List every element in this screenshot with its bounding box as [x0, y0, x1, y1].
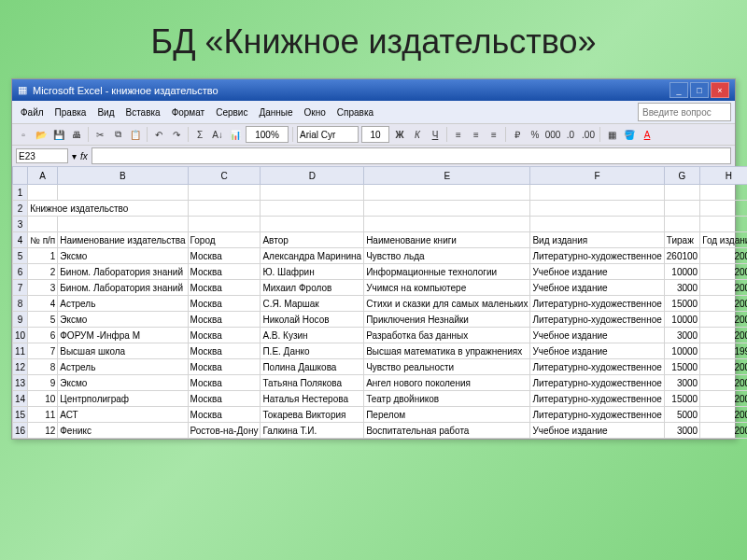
maximize-button[interactable]: □ [690, 82, 709, 98]
row-header[interactable]: 2 [13, 201, 28, 217]
col-header[interactable]: H [700, 167, 747, 185]
paste-icon[interactable]: 📋 [128, 127, 143, 142]
print-icon[interactable]: 🖶 [69, 127, 84, 142]
row-header[interactable]: 3 [13, 217, 28, 232]
field-header[interactable]: Город [188, 232, 261, 248]
table-row[interactable]: 73Бином. Лаборатория знанийМоскваМихаил … [13, 280, 748, 296]
underline-icon[interactable]: Ч [428, 127, 443, 142]
new-icon[interactable]: ▫ [16, 127, 31, 142]
dropdown-icon[interactable]: ▾ [72, 151, 77, 161]
row-header[interactable]: 16 [13, 423, 28, 439]
menu-help[interactable]: Справка [332, 106, 378, 119]
comma-icon[interactable]: 000 [545, 127, 560, 142]
col-header[interactable]: A [28, 167, 58, 185]
fx-icon[interactable]: fx [80, 151, 88, 161]
row-header[interactable]: 11 [13, 343, 28, 359]
col-header[interactable]: D [261, 167, 364, 185]
row-header[interactable]: 12 [13, 359, 28, 375]
align-center-icon[interactable]: ≡ [469, 127, 484, 142]
excel-window: ▦ Microsoft Excel - книжное издательство… [11, 78, 736, 440]
field-header[interactable]: Автор [261, 232, 364, 248]
field-header[interactable]: № п/п [28, 232, 58, 248]
excel-icon: ▦ [18, 84, 27, 96]
field-header[interactable]: Год издания [700, 232, 747, 248]
row-header[interactable]: 15 [13, 407, 28, 423]
percent-icon[interactable]: % [528, 127, 543, 142]
row-header[interactable]: 8 [13, 296, 28, 312]
menu-tools[interactable]: Сервис [211, 106, 252, 119]
row-header[interactable]: 7 [13, 280, 28, 296]
undo-icon[interactable]: ↶ [151, 127, 166, 142]
field-header[interactable]: Наименование издательства [58, 232, 188, 248]
menu-view[interactable]: Вид [92, 106, 119, 119]
field-header[interactable]: Тираж [664, 232, 699, 248]
italic-icon[interactable]: К [410, 127, 425, 142]
close-button[interactable]: × [711, 82, 729, 98]
field-header[interactable]: Вид издания [530, 232, 664, 248]
minimize-button[interactable]: _ [669, 82, 688, 98]
zoom-select[interactable] [246, 126, 289, 143]
menu-insert[interactable]: Вставка [120, 106, 164, 119]
menubar: Файл Правка Вид Вставка Формат Сервис Да… [12, 101, 735, 123]
cut-icon[interactable]: ✂ [92, 127, 107, 142]
sort-asc-icon[interactable]: A↓ [210, 127, 225, 142]
formula-bar: ▾ fx [12, 146, 735, 166]
menu-file[interactable]: Файл [16, 106, 49, 119]
align-left-icon[interactable]: ≡ [451, 127, 466, 142]
spreadsheet-grid[interactable]: ABCDEFGHIJK12Книжное издательство34№ п/п… [12, 166, 735, 439]
titlebar[interactable]: ▦ Microsoft Excel - книжное издательство… [12, 79, 735, 101]
chart-icon[interactable]: 📊 [228, 127, 243, 142]
decrease-decimal-icon[interactable]: .0 [563, 127, 578, 142]
table-row[interactable]: 117Высшая школаМоскваП.Е. ДанкоВысшая ма… [13, 343, 748, 359]
table-row[interactable]: 1612ФениксРостов-на-ДонуГалкина Т.И.Восп… [13, 423, 748, 439]
col-header[interactable]: G [664, 167, 699, 185]
formula-input[interactable] [92, 147, 731, 164]
menu-edit[interactable]: Правка [50, 106, 92, 119]
table-row[interactable]: 62Бином. Лаборатория знанийМоскваЮ. Шафр… [13, 264, 748, 280]
titlebar-text: Microsoft Excel - книжное издательство [33, 85, 218, 96]
sum-icon[interactable]: Σ [192, 127, 207, 142]
table-row[interactable]: 139ЭксмоМоскваТатьяна ПоляковаАнгел ново… [13, 375, 748, 391]
table-row[interactable]: 1410ЦентрполиграфМоскваНаталья Нестерова… [13, 391, 748, 407]
table-row[interactable]: 106ФОРУМ -Инфра ММоскваА.В. КузинРазрабо… [13, 328, 748, 343]
col-header[interactable]: B [58, 167, 188, 185]
row-header[interactable]: 6 [13, 264, 28, 280]
field-header[interactable]: Наименование книги [364, 232, 530, 248]
redo-icon[interactable]: ↷ [169, 127, 184, 142]
standard-toolbar: ▫ 📂 💾 🖶 ✂ ⧉ 📋 ↶ ↷ Σ A↓ 📊 Ж К Ч ≡ ≡ ≡ ₽ %… [12, 123, 735, 146]
table-row[interactable]: 51ЭксмоМоскваАлександра МарининаЧувство … [13, 248, 748, 264]
row-header[interactable]: 4 [13, 232, 28, 248]
menu-window[interactable]: Окно [300, 106, 331, 119]
bold-icon[interactable]: Ж [392, 127, 407, 142]
open-icon[interactable]: 📂 [34, 127, 49, 142]
borders-icon[interactable]: ▦ [604, 127, 619, 142]
font-size-select[interactable] [361, 126, 389, 143]
increase-decimal-icon[interactable]: .00 [581, 127, 596, 142]
row-header[interactable]: 14 [13, 391, 28, 407]
currency-icon[interactable]: ₽ [510, 127, 525, 142]
menu-data[interactable]: Данные [254, 106, 297, 119]
table-row[interactable]: 1511АСТМоскваТокарева ВикторияПереломЛит… [13, 407, 748, 423]
name-box[interactable] [16, 148, 68, 163]
table-row[interactable]: 95ЭксмоМоскваНиколай НосовПриключения Не… [13, 312, 748, 328]
align-right-icon[interactable]: ≡ [486, 127, 501, 142]
font-color-icon[interactable]: A [640, 127, 655, 142]
sheet-caption: Книжное издательство [28, 201, 188, 217]
help-search-input[interactable] [638, 103, 731, 121]
col-header[interactable]: F [530, 167, 664, 185]
row-header[interactable]: 9 [13, 312, 28, 328]
table-row[interactable]: 128АстрельМоскваПолина ДашковаЧувство ре… [13, 359, 748, 375]
col-header[interactable]: E [364, 167, 530, 185]
save-icon[interactable]: 💾 [51, 127, 66, 142]
fill-color-icon[interactable]: 🪣 [622, 127, 637, 142]
row-header[interactable]: 10 [13, 328, 28, 343]
menu-format[interactable]: Формат [167, 106, 210, 119]
row-header[interactable]: 5 [13, 248, 28, 264]
row-header[interactable]: 13 [13, 375, 28, 391]
table-row[interactable]: 84АстрельМоскваС.Я. МаршакСтихи и сказки… [13, 296, 748, 312]
copy-icon[interactable]: ⧉ [110, 127, 125, 142]
col-header[interactable]: C [188, 167, 261, 185]
font-name-select[interactable] [297, 126, 359, 143]
row-header[interactable]: 1 [13, 185, 28, 201]
slide-title: БД «Книжное издательство» [0, 0, 747, 78]
